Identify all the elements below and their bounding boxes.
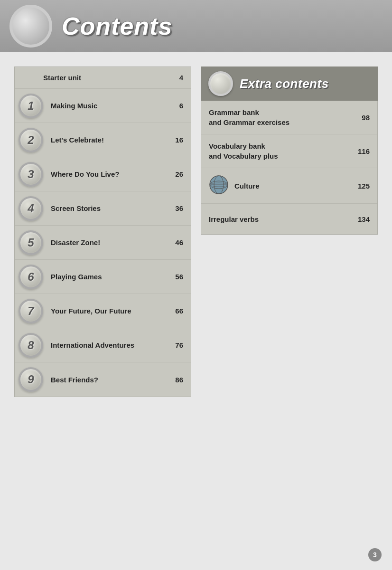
page-header: Contents [0, 0, 392, 52]
unit-page: 86 [175, 376, 183, 384]
unit-row: 5Disaster Zone!46 [15, 226, 191, 260]
extra-row-content: Irregular verbs [209, 214, 354, 224]
unit-number-circle: 3 [19, 162, 43, 187]
main-content: Starter unit 4 1Making Music62Let's Cele… [0, 52, 392, 421]
unit-row: 4Screen Stories36 [15, 191, 191, 226]
extra-row-grammar: Grammar bankand Grammar exercises98 [201, 101, 377, 134]
right-column: Extra contents Grammar bankand Grammar e… [201, 66, 378, 235]
extra-row-content: Culture [234, 181, 354, 191]
starter-row: Starter unit 4 [15, 67, 191, 89]
unit-number-circle: 6 [19, 265, 43, 289]
extra-row-page: 134 [358, 215, 370, 223]
page-title: Contents [62, 12, 172, 40]
unit-title: Where Do You Live? [51, 170, 171, 178]
unit-title: Playing Games [51, 273, 171, 281]
unit-number-circle: 2 [19, 128, 43, 152]
unit-number-circle: 4 [19, 196, 43, 221]
extra-row-content: Vocabulary bankand Vocabulary plus [209, 141, 354, 161]
unit-title: Making Music [51, 102, 176, 110]
globe-icon [209, 175, 234, 197]
unit-page: 36 [175, 204, 183, 212]
unit-row: 8International Adventures76 [15, 328, 191, 362]
extra-row-content: Grammar bankand Grammar exercises [209, 107, 358, 127]
extra-row-irregular: Irregular verbs134 [201, 204, 377, 234]
unit-title: Screen Stories [51, 204, 171, 212]
unit-row: 3Where Do You Live?26 [15, 157, 191, 191]
extra-row-title: Culture [234, 181, 354, 191]
extra-row-title: Vocabulary bankand Vocabulary plus [209, 141, 354, 161]
extra-row-title: Grammar bankand Grammar exercises [209, 107, 358, 127]
unit-title: Best Friends? [51, 376, 171, 384]
page-number: 3 [368, 548, 382, 561]
unit-row: 6Playing Games56 [15, 260, 191, 294]
unit-title: Let's Celebrate! [51, 136, 171, 144]
unit-title: International Adventures [51, 341, 171, 349]
unit-title: Your Future, Our Future [51, 307, 171, 315]
extra-contents-title: Extra contents [240, 76, 329, 91]
left-column: Starter unit 4 1Making Music62Let's Cele… [14, 66, 191, 397]
header-circle-icon [9, 5, 52, 48]
unit-title: Disaster Zone! [51, 238, 171, 247]
extra-row-vocabulary: Vocabulary bankand Vocabulary plus116 [201, 134, 377, 168]
starter-label: Starter unit [43, 74, 81, 82]
unit-number-circle: 7 [19, 299, 43, 323]
unit-number-circle: 8 [19, 333, 43, 358]
toc-table: Starter unit 4 1Making Music62Let's Cele… [14, 66, 191, 397]
extra-row-culture: Culture125 [201, 168, 377, 204]
unit-row: 9Best Friends?86 [15, 362, 191, 397]
extra-row-page: 125 [358, 182, 370, 190]
extra-rows-container: Grammar bankand Grammar exercises98Vocab… [201, 101, 377, 234]
unit-page: 56 [175, 273, 183, 281]
extra-contents-header: Extra contents [201, 66, 378, 101]
unit-row: 2Let's Celebrate!16 [15, 123, 191, 157]
unit-number-circle: 5 [19, 230, 43, 255]
unit-rows-container: 1Making Music62Let's Celebrate!163Where … [15, 89, 191, 397]
extra-row-title: Irregular verbs [209, 214, 354, 224]
extra-row-page: 98 [362, 114, 370, 122]
unit-page: 76 [175, 341, 183, 349]
unit-number-circle: 9 [19, 367, 43, 392]
unit-page: 6 [179, 102, 183, 110]
unit-row: 7Your Future, Our Future66 [15, 294, 191, 328]
unit-page: 16 [175, 136, 183, 144]
unit-page: 46 [175, 238, 183, 247]
extra-row-page: 116 [358, 147, 370, 155]
unit-row: 1Making Music6 [15, 89, 191, 123]
starter-page: 4 [179, 74, 183, 82]
unit-page: 26 [175, 170, 183, 178]
extra-table: Grammar bankand Grammar exercises98Vocab… [201, 101, 378, 235]
extra-circle-icon [208, 71, 233, 96]
unit-number-circle: 1 [19, 94, 43, 118]
unit-page: 66 [175, 307, 183, 315]
